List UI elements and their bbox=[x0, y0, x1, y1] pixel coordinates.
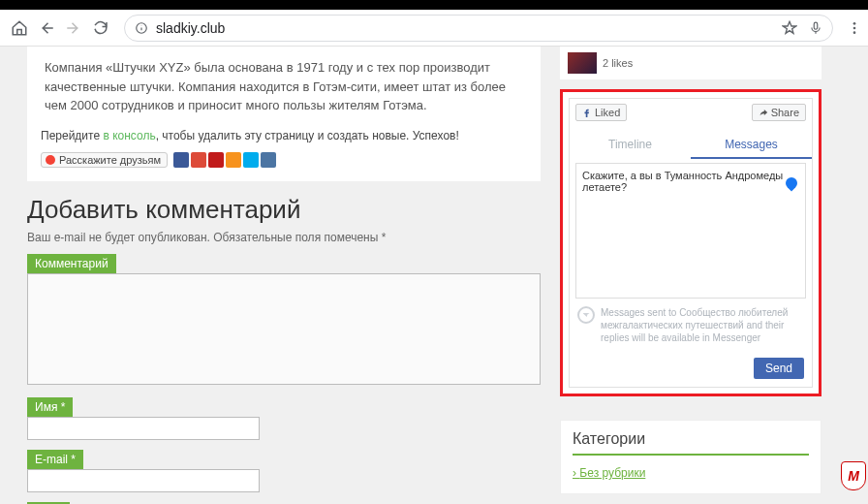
highlighted-widget: Liked Share Timeline Messages Скажите, а… bbox=[560, 89, 822, 396]
fb-info-text: Messages sent to Сообщество любителей ме… bbox=[601, 306, 804, 344]
article-text: Компания «Штучки XYZ» была основана в 19… bbox=[41, 58, 527, 115]
note-star: * bbox=[382, 231, 387, 244]
facebook-icon[interactable] bbox=[173, 152, 189, 168]
note-text: Ваш e-mail не будет опубликован. Обязате… bbox=[27, 231, 382, 244]
svg-point-4 bbox=[853, 31, 856, 34]
window-top-strip bbox=[0, 0, 868, 10]
messenger-icon bbox=[577, 306, 595, 324]
bookmark-star-icon[interactable] bbox=[782, 20, 797, 36]
browser-toolbar bbox=[0, 10, 868, 47]
fb-page-plugin: Liked Share Timeline Messages Скажите, а… bbox=[569, 98, 813, 388]
comment-form: Добавить комментарий Ваш e-mail не будет… bbox=[27, 181, 541, 505]
console-hint: Перейдите в консоль, чтобы удалить эту с… bbox=[41, 129, 527, 142]
svg-rect-1 bbox=[814, 22, 818, 29]
vk-icon[interactable] bbox=[261, 152, 276, 168]
fb-tab-messages[interactable]: Messages bbox=[691, 132, 812, 159]
mcafee-badge[interactable]: M bbox=[841, 461, 868, 494]
sidebar-likes-box: 2 likes bbox=[560, 47, 822, 79]
sidebar: 2 likes Liked Share bbox=[560, 47, 822, 504]
home-button[interactable] bbox=[6, 15, 33, 42]
comment-textarea[interactable] bbox=[27, 273, 541, 385]
svg-point-3 bbox=[853, 26, 856, 29]
home-icon bbox=[11, 19, 28, 37]
arrow-left-icon bbox=[38, 19, 55, 37]
share-arrow-icon bbox=[759, 108, 768, 117]
fb-info-row: Messages sent to Сообщество любителей ме… bbox=[570, 299, 812, 352]
fb-tab-timeline[interactable]: Timeline bbox=[570, 132, 691, 159]
page-body: Компания «Штучки XYZ» была основана в 19… bbox=[0, 47, 868, 504]
share-friends-button[interactable]: Расскажите друзьям bbox=[41, 152, 168, 168]
share-label: Расскажите друзьям bbox=[59, 154, 161, 166]
fb-message-text: Скажите, а вы в Туманность Андромеды лет… bbox=[582, 170, 783, 193]
likes-count: 2 likes bbox=[603, 57, 633, 69]
fb-message-textarea[interactable]: Скажите, а вы в Туманность Андромеды лет… bbox=[575, 163, 806, 299]
facebook-f-icon bbox=[582, 108, 592, 117]
hint-before: Перейдите bbox=[41, 129, 103, 142]
social-icons bbox=[173, 152, 276, 168]
main-column: Компания «Штучки XYZ» была основана в 19… bbox=[27, 47, 541, 504]
name-input[interactable] bbox=[27, 417, 260, 440]
sidebar-thumb bbox=[568, 52, 597, 74]
back-button[interactable] bbox=[33, 15, 60, 42]
site-info-icon[interactable] bbox=[135, 21, 148, 35]
fb-send-button[interactable]: Send bbox=[754, 358, 804, 379]
comment-form-title: Добавить комментарий bbox=[27, 195, 541, 225]
url-input[interactable] bbox=[156, 20, 782, 36]
share-row: Расскажите друзьям bbox=[41, 152, 527, 168]
categories-widget: Категории Без рубрики bbox=[560, 420, 822, 494]
label-name: Имя * bbox=[27, 397, 73, 417]
email-input[interactable] bbox=[27, 469, 260, 492]
google-plus-icon[interactable] bbox=[191, 152, 206, 168]
article-excerpt: Компания «Штучки XYZ» была основана в 19… bbox=[27, 47, 541, 181]
fb-liked-button[interactable]: Liked bbox=[575, 104, 627, 121]
odnoklassniki-icon[interactable] bbox=[226, 152, 241, 168]
categories-title: Категории bbox=[573, 430, 809, 456]
label-email: E-mail * bbox=[27, 450, 83, 469]
hint-after: , чтобы удалить эту страницу и создать н… bbox=[156, 129, 459, 142]
menu-dots-icon[interactable] bbox=[847, 20, 862, 36]
reload-button[interactable] bbox=[87, 15, 114, 42]
fb-share-label: Share bbox=[771, 107, 799, 118]
reload-icon bbox=[92, 19, 109, 37]
google-dot-icon bbox=[46, 155, 55, 165]
caret-indicator-icon bbox=[784, 175, 800, 192]
category-link[interactable]: Без рубрики bbox=[573, 466, 645, 480]
arrow-right-icon bbox=[65, 19, 82, 37]
twitter-icon[interactable] bbox=[243, 152, 259, 168]
fb-liked-label: Liked bbox=[595, 107, 620, 118]
svg-point-2 bbox=[853, 22, 856, 25]
mic-icon[interactable] bbox=[809, 19, 822, 37]
badge-letter: M bbox=[848, 468, 859, 484]
forward-button bbox=[60, 15, 87, 42]
moy-mir-icon[interactable] bbox=[208, 152, 224, 168]
fb-share-button[interactable]: Share bbox=[752, 104, 806, 121]
console-link[interactable]: в консоль bbox=[103, 129, 155, 142]
comment-form-note: Ваш e-mail не будет опубликован. Обязате… bbox=[27, 231, 541, 244]
label-comment: Комментарий bbox=[27, 254, 116, 273]
shield-icon: M bbox=[841, 461, 866, 490]
address-bar[interactable] bbox=[124, 15, 833, 42]
